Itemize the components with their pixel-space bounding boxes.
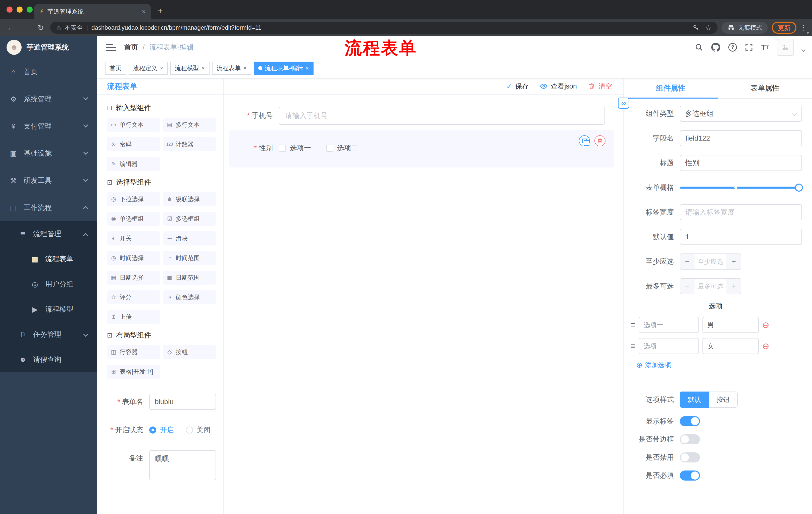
component-switch[interactable]: ◐开关 — [107, 231, 160, 245]
gender-option-2-checkbox[interactable]: 选项二 — [326, 143, 358, 153]
disabled-toggle[interactable] — [680, 452, 700, 462]
gender-option-1-checkbox[interactable]: 选项一 — [279, 143, 311, 153]
component-row-container[interactable]: ◫行容器 — [107, 345, 160, 359]
search-icon[interactable] — [695, 43, 703, 52]
minus-button[interactable]: − — [680, 254, 694, 269]
remove-option-icon[interactable]: ⊖ — [762, 321, 770, 329]
sidebar-item-leave-query[interactable]: ☻ 请假查询 — [0, 347, 97, 372]
min-select-stepper[interactable]: − 至少应选 + — [680, 253, 741, 270]
component-type-select[interactable]: 多选框组 — [680, 106, 802, 122]
component-counter[interactable]: 123计数器 — [163, 137, 216, 152]
sidebar-item-task-management[interactable]: ⚐ 任务管理 — [0, 322, 97, 347]
field-phone[interactable]: 手机号 — [229, 107, 614, 125]
form-grid-slider[interactable] — [680, 187, 799, 189]
component-radio-group[interactable]: ◉单选框组 — [107, 212, 160, 226]
component-cascader[interactable]: ⋔级联选择 — [163, 192, 216, 206]
style-default-button[interactable]: 默认 — [680, 391, 709, 408]
form-name-input[interactable] — [149, 394, 216, 410]
field-name-input[interactable] — [680, 130, 802, 146]
new-tab-button[interactable]: + — [158, 6, 163, 16]
back-button[interactable]: ← — [5, 23, 16, 32]
field-gender[interactable]: 性别 选项一 选项二 — [229, 143, 614, 153]
minimize-window-button[interactable] — [17, 6, 23, 12]
label-width-input[interactable] — [680, 204, 802, 220]
password-key-icon[interactable] — [693, 24, 699, 31]
tag-process-form[interactable]: 流程表单 × — [212, 62, 251, 75]
tag-close-icon[interactable]: × — [202, 64, 205, 72]
show-label-toggle[interactable] — [680, 416, 700, 426]
component-editor[interactable]: ✎编辑器 — [107, 157, 160, 171]
forward-button[interactable]: → — [20, 23, 31, 32]
sidebar-toggle-icon[interactable] — [106, 44, 116, 51]
max-select-stepper[interactable]: − 最多可选 + — [680, 278, 741, 294]
phone-input[interactable] — [279, 107, 605, 125]
status-on-radio[interactable]: 开启 — [149, 425, 174, 435]
tag-process-definition[interactable]: 流程定义 × — [128, 62, 168, 75]
sidebar-item-home[interactable]: ⌂ 首页 — [0, 58, 97, 85]
delete-field-button[interactable] — [594, 135, 606, 146]
tab-component-props[interactable]: 组件属性 — [624, 78, 718, 98]
save-button[interactable]: ✓ 保存 — [506, 82, 529, 91]
sidebar-item-process-form[interactable]: ▥ 流程表单 — [0, 246, 97, 272]
option-value-input[interactable] — [702, 338, 759, 354]
component-multi-line-text[interactable]: ▤多行文本 — [163, 118, 216, 132]
toolbar-caret-icon[interactable]: ▾ — [807, 30, 809, 36]
option-name-input[interactable] — [639, 338, 699, 354]
component-time-range[interactable]: ◔时间范围 — [163, 251, 216, 265]
component-upload[interactable]: ↥上传 — [107, 310, 160, 324]
github-icon[interactable] — [711, 43, 720, 52]
avatar[interactable] — [777, 39, 794, 56]
maximize-window-button[interactable] — [27, 6, 33, 12]
tag-close-icon[interactable]: × — [243, 64, 247, 72]
bookmark-star-icon[interactable]: ☆ — [705, 24, 712, 32]
fullscreen-icon[interactable] — [745, 43, 753, 51]
clear-button[interactable]: 清空 — [588, 82, 612, 91]
component-color-picker[interactable]: ◑颜色选择 — [163, 290, 216, 304]
minus-button[interactable]: − — [680, 279, 694, 294]
window-controls[interactable] — [6, 6, 33, 12]
drawing-board[interactable]: 手机号 性别 — [224, 94, 623, 514]
font-size-icon[interactable]: TT — [761, 43, 769, 52]
component-rate[interactable]: ☆评分 — [107, 290, 160, 304]
component-slider[interactable]: ⊸滑块 — [163, 231, 216, 245]
required-toggle[interactable] — [680, 470, 700, 481]
field-gender-selected[interactable]: 性别 选项一 选项二 — [229, 130, 614, 167]
tab-close-icon[interactable]: × — [142, 8, 146, 16]
form-remark-textarea[interactable]: 嘿嘿 — [149, 450, 216, 480]
sidebar-item-system[interactable]: ⚙ 系统管理 — [0, 85, 97, 113]
drag-handle-icon[interactable]: ≡ — [631, 342, 635, 350]
component-time-picker[interactable]: ◷时间选择 — [107, 251, 160, 265]
component-button[interactable]: ◇按钮 — [163, 345, 216, 359]
component-table[interactable]: ⊞表格[开发中] — [107, 364, 160, 379]
component-single-line-text[interactable]: ▭单行文本 — [107, 118, 160, 132]
component-dropdown-select[interactable]: ◎下拉选择 — [107, 192, 160, 206]
tag-close-icon[interactable]: × — [306, 64, 309, 72]
tag-home[interactable]: 首页 — [105, 62, 126, 75]
tag-close-icon[interactable]: × — [160, 64, 163, 72]
sidebar-item-devtools[interactable]: ⚒ 研发工具 — [0, 167, 97, 194]
help-icon[interactable]: ? — [728, 43, 737, 52]
plus-button[interactable]: + — [727, 279, 741, 294]
sidebar-item-process-management[interactable]: ≣ 流程管理 — [0, 221, 97, 246]
breadcrumb-home[interactable]: 首页 — [124, 43, 138, 52]
status-off-radio[interactable]: 关闭 — [186, 425, 210, 435]
drag-handle-icon[interactable]: ≡ — [631, 321, 635, 329]
slider-handle[interactable] — [795, 184, 803, 192]
browser-update-button[interactable]: 更新 — [772, 22, 796, 34]
sidebar-item-workflow[interactable]: ▤ 工作流程 — [0, 194, 97, 221]
sidebar-item-process-model[interactable]: ▶ 流程模型 — [0, 297, 97, 322]
tag-process-form-edit[interactable]: 流程表单-编辑 × — [254, 62, 314, 75]
reload-button[interactable]: ↻ — [35, 23, 46, 32]
tag-process-model[interactable]: 流程模型 × — [170, 62, 209, 75]
close-window-button[interactable] — [6, 6, 12, 12]
title-input[interactable] — [680, 155, 802, 171]
browser-tab[interactable]: ⚡ 芋道管理系统 × — [34, 4, 151, 19]
tab-form-props[interactable]: 表单属性 — [718, 78, 812, 98]
sidebar-item-user-group[interactable]: ◎ 用户分组 — [0, 272, 97, 297]
component-checkbox-group[interactable]: ☑多选框组 — [163, 212, 216, 226]
component-date-picker[interactable]: ▦日期选择 — [107, 271, 160, 285]
option-name-input[interactable] — [639, 317, 699, 333]
remove-option-icon[interactable]: ⊖ — [762, 342, 770, 350]
duplicate-field-button[interactable] — [579, 135, 590, 146]
option-value-input[interactable] — [702, 317, 759, 333]
